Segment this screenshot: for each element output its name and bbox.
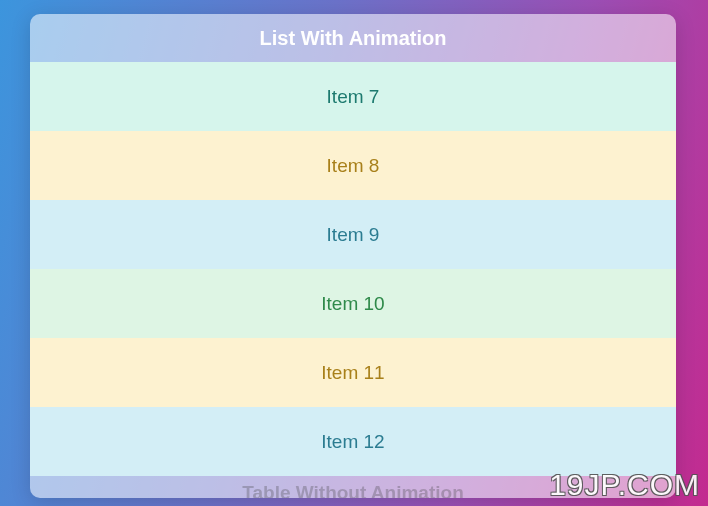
list-item-label: Item 12 [321,431,384,453]
list-item[interactable]: Item 10 [30,269,676,338]
list: Item 7 Item 8 Item 9 Item 10 Item 11 Ite… [30,62,676,476]
list-item-label: Item 9 [327,224,380,246]
list-item-label: Item 8 [327,155,380,177]
card-header: List With Animation [30,14,676,62]
list-item[interactable]: Item 12 [30,407,676,476]
list-item[interactable]: Item 8 [30,131,676,200]
second-header: Table Without Animation [30,476,676,498]
list-item[interactable]: Item 7 [30,62,676,131]
card-title: List With Animation [260,27,447,50]
list-item[interactable]: Item 9 [30,200,676,269]
list-item-label: Item 11 [321,362,384,384]
list-item-label: Item 10 [321,293,384,315]
second-title: Table Without Animation [242,482,463,498]
card: List With Animation Item 7 Item 8 Item 9… [30,14,676,498]
list-item[interactable]: Item 11 [30,338,676,407]
list-item-label: Item 7 [327,86,380,108]
